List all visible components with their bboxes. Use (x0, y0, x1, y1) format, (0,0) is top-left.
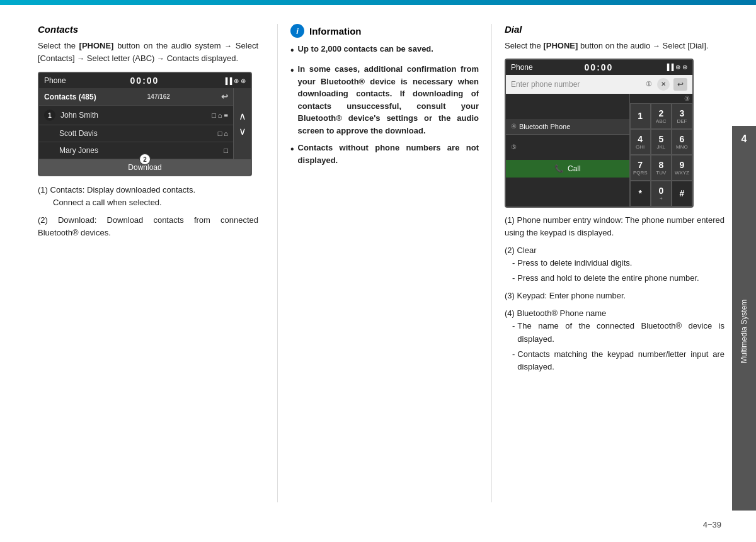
contacts-header-label: Contacts (485) (44, 93, 96, 101)
nav-arrows[interactable]: ∧ ∨ (233, 88, 251, 159)
key-0[interactable]: 0 + (651, 181, 672, 206)
key-4[interactable]: 4 GHI (630, 129, 651, 155)
bluetooth-phone-name: Bluetooth Phone (519, 123, 570, 130)
contacts-column: Contacts Select the [PHONE] button on th… (38, 24, 277, 502)
info-bullet-list: Up to 2,000 contacts can be saved. In so… (290, 43, 479, 166)
dial-clear-btn[interactable]: ✕ (657, 78, 670, 91)
phone-header-left: Phone 00:00 ▐▐ ⊕ ⊛ (39, 73, 251, 88)
dial-note-2-text: Clear (517, 246, 537, 255)
dial-annotations: (1) Phone number entry window: The phone… (505, 214, 724, 374)
page-number: 4−39 (703, 520, 721, 529)
phone-time-left: 00:00 (130, 76, 159, 86)
key-8[interactable]: 8 TUV (651, 155, 672, 181)
dial-phone-time: 00:00 (585, 62, 614, 72)
dial-input-row[interactable]: Enter phone number ① ✕ ↩ (506, 75, 692, 94)
dial-circle-1-icon: ① (646, 80, 652, 88)
contacts-body: Select the [PHONE] button on the audio s… (38, 40, 258, 64)
contacts-note-1-num: (1) (38, 185, 50, 195)
contact-list: Contacts (485) 147/162 ↩ 1 John Smith □ … (39, 88, 251, 175)
dial-phone-header: Phone 00:00 ▐▐ ⊕ ⊛ (506, 60, 692, 75)
key-7[interactable]: 7 PQRS (630, 155, 651, 181)
contacts-note-2-text: Download: Download contacts from connect… (38, 215, 258, 237)
info-bullet-3: Contacts without phone numbers are not d… (290, 142, 479, 166)
dial-placeholder: Enter phone number (511, 80, 642, 89)
key-1[interactable]: 1 (630, 103, 651, 129)
info-bullet-1-text: Up to 2,000 contacts can be saved. (298, 43, 433, 58)
key-5[interactable]: 5 JKL (651, 129, 672, 155)
info-column: i Information Up to 2,000 contacts can b… (277, 24, 491, 502)
dial-back-btn[interactable]: ↩ (673, 78, 687, 91)
dial-note-2-dash-2: Press and hold to delete the entire phon… (512, 272, 724, 285)
keypad-area: ④ Bluetooth Phone ⑤ 📞 Call ③ (506, 94, 692, 206)
dial-note-2-num: (2) (505, 246, 517, 255)
dial-note-1: (1) Phone number entry window: The phone… (505, 214, 724, 239)
download-circle-num: 2 (139, 154, 151, 165)
dial-note-3-num: (3) (505, 291, 517, 300)
dial-signal-icons: ▐▐ ⊕ ⊛ (665, 64, 687, 71)
dial-phone-screen: Phone 00:00 ▐▐ ⊕ ⊛ Enter phone number ① … (505, 59, 694, 208)
contacts-annotations: (1) Contacts: Display downloaded contact… (38, 184, 258, 240)
numeric-keypad: ③ 1 2 ABC 3 DEF (629, 94, 692, 206)
dial-note-4-dash-1: The name of the connected Bluetooth® dev… (512, 320, 724, 345)
dial-note-3-text: Keypad: Enter phone number. (517, 291, 626, 300)
info-bullet-3-text: Contacts without phone numbers are not d… (298, 142, 479, 166)
scott-icons: □ ⌂ (218, 130, 228, 137)
phone-label-left: Phone (44, 76, 66, 85)
dial-note-1-num: (1) (505, 215, 517, 225)
key-2[interactable]: 2 ABC (651, 103, 672, 129)
info-bullet-2-text: In some cases, additional confirmation f… (298, 63, 479, 137)
key-3[interactable]: 3 DEF (672, 103, 692, 129)
dial-note-4: (4) Bluetooth® Phone name The name of th… (505, 307, 724, 373)
dial-note-2: (2) Clear Press to delete individual dig… (505, 244, 724, 285)
key-6[interactable]: 6 MNO (672, 129, 692, 155)
dial-column: Dial Select the [PHONE] button on the au… (491, 24, 724, 502)
call-phone-icon: 📞 (554, 164, 564, 173)
contact-name-john: 1 John Smith (44, 110, 98, 121)
dial-phone-label: Phone (511, 63, 533, 72)
contact-name-mary: Mary Jones (44, 146, 98, 155)
info-title: Information (309, 26, 362, 37)
contacts-header-row: Contacts (485) 147/162 ↩ (39, 88, 233, 106)
call-circle-icon: ⑤ (511, 144, 517, 150)
info-icon: i (290, 24, 304, 38)
nav-up-arrow[interactable]: ∧ (236, 109, 249, 124)
keypad-circle-3: ③ (684, 95, 690, 102)
call-row[interactable]: 📞 Call (506, 160, 629, 178)
contacts-note-1-text: Contacts: Display downloaded contacts. (50, 185, 196, 195)
dial-note-4-num: (4) (505, 308, 517, 318)
contact-row-scott[interactable]: Scott Davis □ ⌂ (39, 125, 233, 142)
chapter-number: 4 (732, 126, 756, 152)
contact-name-scott: Scott Davis (44, 129, 98, 138)
info-box: i Information Up to 2,000 contacts can b… (290, 24, 479, 166)
dial-note-3: (3) Keypad: Enter phone number. (505, 290, 724, 302)
contacts-phone-screen: Phone 00:00 ▐▐ ⊕ ⊛ Contacts (485) 147/16… (38, 72, 252, 176)
contacts-note-1-sub: Connect a call when selected. (53, 196, 162, 209)
bluetooth-circle-icon: ④ (511, 123, 517, 130)
contact-row-mary[interactable]: Mary Jones □ (39, 142, 233, 159)
contacts-note-1: (1) Contacts: Display downloaded contact… (38, 184, 258, 209)
dial-title: Dial (505, 24, 724, 35)
key-9[interactable]: 9 WXYZ (672, 155, 692, 181)
contacts-note-2: (2) Download: Download contacts from con… (38, 214, 258, 239)
dial-note-1-text: Phone number entry window: The phone num… (505, 215, 724, 237)
nav-down-arrow[interactable]: ∨ (236, 124, 249, 139)
key-star[interactable]: * (630, 181, 651, 206)
dial-note-4-text: Bluetooth® Phone name (517, 308, 607, 318)
key-hash[interactable]: # (672, 181, 692, 206)
info-header: i Information (290, 24, 479, 38)
keypad-left: ④ Bluetooth Phone ⑤ 📞 Call (506, 94, 629, 206)
bluetooth-row: ④ Bluetooth Phone (506, 119, 629, 135)
chapter-tab: 4 Multimedia System (732, 126, 756, 511)
contact-num-1: 1 (44, 110, 55, 121)
contacts-title: Contacts (38, 24, 258, 35)
john-icons: □ ⌂ ≡ (212, 111, 228, 119)
dial-note-4-dash-2: Contacts matching the keypad number/lett… (512, 348, 724, 373)
contacts-count: 147/162 (147, 93, 170, 100)
dial-phone-keyword: [PHONE] (543, 41, 578, 50)
call-label: Call (568, 164, 581, 173)
mary-icons: □ (224, 147, 228, 154)
contact-row-john[interactable]: 1 John Smith □ ⌂ ≡ (39, 106, 233, 125)
contacts-back-icon: ↩ (221, 92, 228, 101)
dial-note-2-dash-1: Press to delete individual digits. (512, 257, 724, 269)
dial-body: Select the [PHONE] button on the audio →… (505, 40, 724, 52)
